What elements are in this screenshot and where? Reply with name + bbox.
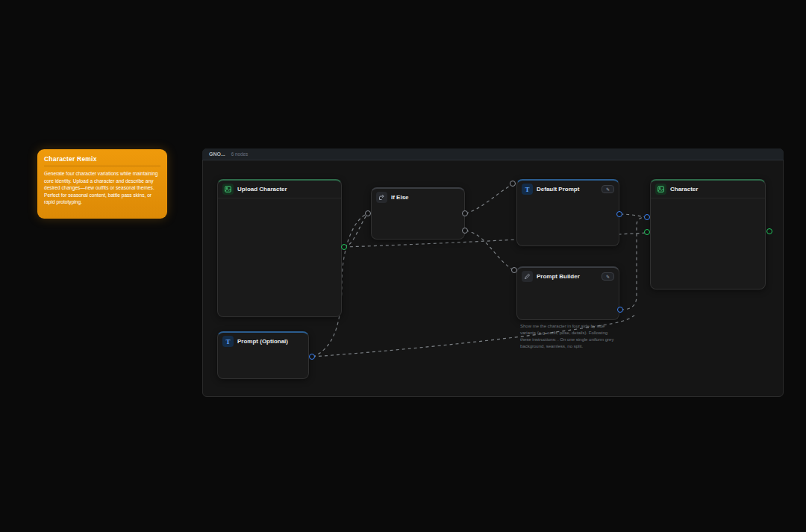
node-if-else[interactable]: If Else: [371, 187, 465, 240]
node-title: Prompt (Optional): [237, 338, 288, 345]
handle-character-prompt-input[interactable]: [644, 214, 650, 220]
node-default-prompt[interactable]: T Default Prompt ✎: [516, 179, 619, 246]
node-title: Prompt Builder: [537, 273, 580, 280]
image-icon: [222, 184, 234, 195]
node-title: If Else: [391, 194, 409, 201]
handle-default-prompt-output[interactable]: [616, 211, 622, 217]
node-upload-character[interactable]: Upload Character: [217, 179, 342, 317]
edit-builder-button[interactable]: ✎: [602, 272, 614, 281]
node-title: Upload Character: [237, 186, 287, 193]
node-title: Default Prompt: [537, 186, 579, 193]
handle-prompt-builder-output[interactable]: [617, 307, 623, 313]
handle-if-output[interactable]: [462, 210, 468, 216]
info-card-title: Character Remix: [44, 155, 160, 163]
handle-else-output[interactable]: [462, 228, 468, 234]
node-character[interactable]: Character: [650, 179, 766, 290]
info-card-body: Generate four character variations while…: [44, 170, 160, 206]
handle-character-image-input[interactable]: [644, 229, 650, 235]
project-title[interactable]: GNO...: [209, 151, 225, 157]
template-info-card: Character Remix Generate four character …: [37, 149, 167, 219]
info-card-divider: [44, 166, 160, 166]
text-icon: T: [522, 184, 533, 195]
handle-prompt-output[interactable]: [309, 354, 315, 360]
node-prompt-builder[interactable]: Prompt Builder ✎: [516, 266, 619, 320]
branch-icon: [376, 192, 387, 203]
character-icon: [655, 184, 666, 195]
edit-prompt-button[interactable]: ✎: [602, 185, 614, 193]
text-icon: T: [222, 336, 234, 347]
handle-upload-output[interactable]: [341, 244, 347, 250]
handle-ifelse-input[interactable]: [365, 210, 371, 216]
node-title: Character: [670, 186, 698, 193]
node-prompt-optional[interactable]: T Prompt (Optional): [217, 331, 309, 379]
prompt-builder-preview: Show me the character in four side by si…: [520, 323, 619, 350]
node-count-label: 6 nodes: [231, 151, 248, 157]
handle-default-prompt-input[interactable]: [510, 181, 516, 187]
handle-prompt-builder-input[interactable]: [511, 267, 517, 273]
pencil-icon: [522, 271, 533, 282]
canvas-topbar: GNO... 6 nodes: [202, 148, 784, 160]
handle-character-output[interactable]: [766, 228, 772, 234]
